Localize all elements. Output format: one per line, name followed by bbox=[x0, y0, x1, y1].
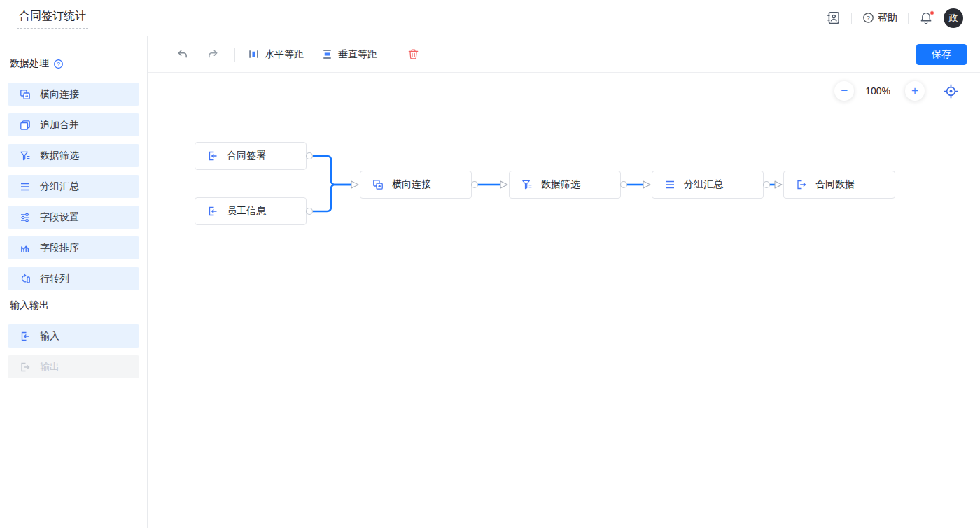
sidebar-item-horizontal-join[interactable]: 横向连接 bbox=[8, 83, 139, 106]
edge-arrowhead-icon bbox=[643, 181, 650, 188]
undo-button[interactable] bbox=[174, 46, 190, 63]
sidebar-item-data-filter[interactable]: 数据筛选 bbox=[8, 144, 139, 167]
sidebar-section-title: 输入输出 bbox=[10, 299, 137, 312]
flow-edge bbox=[313, 156, 351, 185]
filter-icon bbox=[522, 179, 533, 190]
group-icon bbox=[664, 179, 676, 190]
flow-node-label: 合同数据 bbox=[816, 178, 855, 191]
flow-edges-layer bbox=[148, 73, 980, 528]
node-output-port[interactable] bbox=[307, 153, 313, 159]
sidebar-section-title: 数据处理? bbox=[10, 57, 137, 70]
svg-text:?: ? bbox=[57, 60, 60, 67]
canvas-toolbar: 水平等距 垂直等距 保存 bbox=[148, 36, 980, 73]
append-icon bbox=[20, 120, 31, 131]
sidebar-item-label: 追加合并 bbox=[40, 119, 79, 131]
toolbar-divider bbox=[391, 48, 391, 62]
node-output-port[interactable] bbox=[307, 208, 313, 215]
sidebar-item-label: 横向连接 bbox=[40, 88, 79, 101]
node-output-port[interactable] bbox=[472, 182, 478, 188]
zoom-in-button[interactable]: + bbox=[905, 81, 925, 101]
sidebar-item-label: 字段设置 bbox=[40, 211, 79, 224]
field-settings-icon bbox=[20, 212, 31, 223]
flow-edge bbox=[313, 185, 351, 211]
header-divider bbox=[908, 13, 909, 24]
output-icon bbox=[20, 362, 31, 373]
help-button[interactable]: ? 帮助 bbox=[862, 12, 897, 24]
flow-node-label: 分组汇总 bbox=[684, 178, 723, 191]
sidebar-item-label: 输出 bbox=[40, 361, 59, 373]
contacts-icon[interactable] bbox=[826, 10, 841, 25]
sidebar-item-output: 输出 bbox=[8, 355, 139, 378]
header-divider bbox=[851, 13, 852, 24]
flow-node-data-filter[interactable]: 数据筛选 bbox=[509, 171, 621, 199]
sidebar-item-append-merge[interactable]: 追加合并 bbox=[8, 113, 139, 136]
vertical-spacing-icon bbox=[322, 49, 332, 59]
sidebar-item-input[interactable]: 输入 bbox=[8, 324, 139, 348]
input-icon bbox=[207, 206, 218, 217]
delete-button[interactable] bbox=[405, 46, 421, 63]
edge-arrowhead-icon bbox=[775, 181, 782, 188]
flow-node-label: 员工信息 bbox=[227, 205, 266, 217]
header-actions: ? 帮助 政 bbox=[826, 8, 963, 28]
flow-canvas[interactable]: 合同签署员工信息横向连接数据筛选分组汇总合同数据 − 100% + bbox=[148, 73, 980, 528]
horizontal-spacing-button[interactable]: 水平等距 bbox=[248, 48, 304, 61]
sidebar-item-field-settings[interactable]: 字段设置 bbox=[8, 206, 139, 229]
flow-node-label: 数据筛选 bbox=[541, 178, 580, 191]
toolbar-divider bbox=[234, 48, 235, 62]
filter-icon bbox=[20, 150, 31, 162]
group-icon bbox=[20, 181, 31, 192]
sidebar-item-label: 输入 bbox=[40, 330, 59, 343]
locate-center-icon[interactable] bbox=[943, 83, 959, 99]
sidebar: 数据处理?横向连接追加合并数据筛选分组汇总字段设置字段排序行转列输入输出输入输出 bbox=[0, 36, 148, 528]
help-label: 帮助 bbox=[878, 12, 897, 24]
sidebar-item-field-sort[interactable]: 字段排序 bbox=[8, 236, 139, 259]
sidebar-item-label: 分组汇总 bbox=[40, 180, 79, 193]
flow-node-contract-data[interactable]: 合同数据 bbox=[783, 171, 895, 199]
notifications-button[interactable] bbox=[919, 11, 933, 25]
vertical-spacing-button[interactable]: 垂直等距 bbox=[322, 48, 377, 61]
app-window: 合同签订统计 ? 帮助 政 数据处理?横向连接追加合并数据筛选分组汇总字段设置字… bbox=[0, 0, 980, 528]
horizontal-spacing-icon bbox=[248, 49, 259, 59]
sidebar-item-row-to-column[interactable]: 行转列 bbox=[8, 267, 139, 290]
edge-arrowhead-icon bbox=[351, 181, 358, 188]
field-sort-icon bbox=[20, 243, 31, 254]
input-icon bbox=[20, 331, 31, 342]
sidebar-item-group-summary[interactable]: 分组汇总 bbox=[8, 175, 139, 198]
notification-dot bbox=[930, 10, 934, 15]
flow-node-group-summary[interactable]: 分组汇总 bbox=[652, 171, 764, 199]
main-panel: 水平等距 垂直等距 保存 合同签署员工信息横向连接数据筛选分组汇总合同数据 − … bbox=[148, 36, 980, 528]
flow-node-contract-sign[interactable]: 合同签署 bbox=[195, 142, 307, 170]
sidebar-item-label: 行转列 bbox=[40, 273, 69, 285]
svg-text:?: ? bbox=[867, 14, 870, 22]
help-circle-icon: ? bbox=[862, 12, 874, 24]
zoom-out-button[interactable]: − bbox=[834, 81, 854, 101]
join-icon bbox=[372, 179, 384, 190]
join-icon bbox=[20, 89, 31, 100]
save-button[interactable]: 保存 bbox=[916, 44, 967, 65]
zoom-level: 100% bbox=[865, 85, 890, 97]
redo-button[interactable] bbox=[204, 46, 221, 63]
node-output-port[interactable] bbox=[764, 182, 770, 188]
flow-node-label: 合同签署 bbox=[227, 150, 266, 162]
output-icon bbox=[796, 179, 807, 190]
sidebar-item-label: 数据筛选 bbox=[40, 150, 79, 162]
avatar[interactable]: 政 bbox=[944, 8, 963, 28]
flow-node-horizontal-join[interactable]: 横向连接 bbox=[360, 171, 472, 199]
flow-node-employee-info[interactable]: 员工信息 bbox=[195, 197, 307, 225]
vertical-spacing-label: 垂直等距 bbox=[338, 48, 377, 61]
input-icon bbox=[207, 150, 218, 162]
page-title[interactable]: 合同签订统计 bbox=[17, 8, 88, 29]
node-output-port[interactable] bbox=[621, 182, 627, 188]
flow-node-label: 横向连接 bbox=[392, 178, 431, 191]
horizontal-spacing-label: 水平等距 bbox=[265, 48, 304, 61]
row-to-column-icon bbox=[20, 273, 31, 285]
sidebar-item-label: 字段排序 bbox=[40, 242, 79, 255]
edge-arrowhead-icon bbox=[500, 181, 507, 188]
body-row: 数据处理?横向连接追加合并数据筛选分组汇总字段设置字段排序行转列输入输出输入输出… bbox=[0, 36, 980, 528]
header: 合同签订统计 ? 帮助 政 bbox=[0, 0, 980, 36]
zoom-controls: − 100% + bbox=[834, 81, 959, 101]
